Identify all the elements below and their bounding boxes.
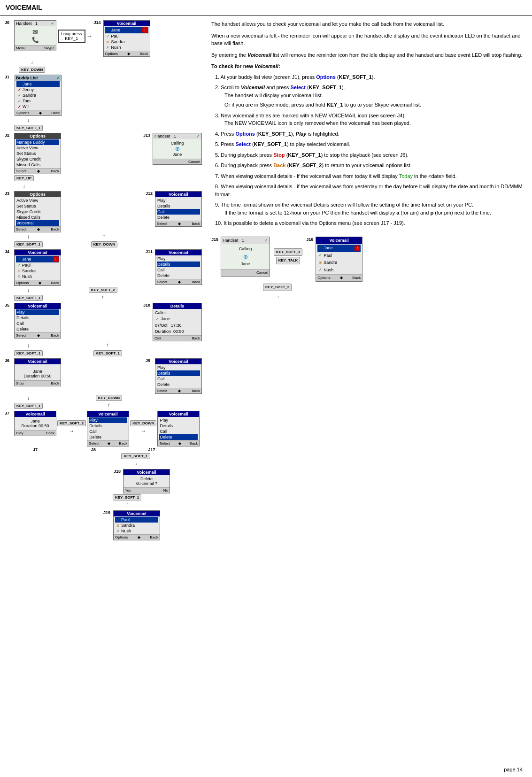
check-icon-j0: ✓ xyxy=(51,21,54,26)
screen-label-j3: J3 xyxy=(5,191,13,196)
stop-label-j6: Stop xyxy=(16,381,23,385)
select-label-j3: Select xyxy=(16,227,26,231)
step-9: 9. The time format shown on the voicemai… xyxy=(211,201,527,216)
key-soft1-btn-j10: KEY_SOFT_1 xyxy=(93,350,122,356)
step-4: 4. Press Options (KEY_SOFT_1), Play is h… xyxy=(211,130,527,138)
voicemail-envelope-icon: ✉ xyxy=(32,28,38,36)
arrow-down-j1-j2: ↓ xyxy=(27,117,30,123)
no-label-j18: No xyxy=(163,488,168,492)
screen-label-j13: J13 xyxy=(143,133,152,138)
duration-j7: Duration 00:50 xyxy=(16,423,54,428)
arrow-up-j11: ↓ xyxy=(101,294,104,301)
screen-label-j6: J6 xyxy=(5,358,13,363)
step-7: 7. When viewing voicemail details - if t… xyxy=(211,172,527,180)
options-label-j19: Options xyxy=(115,535,128,539)
page-title: VOICEMAIL xyxy=(0,0,532,15)
handset-icon: 📞 xyxy=(32,37,39,43)
screen-label-j10: J10 xyxy=(143,303,152,308)
step-5a: 5. Press Select (KEY_SOFT_1) to play sel… xyxy=(211,140,527,148)
key-soft1-btn-4: KEY_SOFT_1 xyxy=(14,350,43,356)
key-soft1-btn-5: KEY_SOFT_1 xyxy=(14,403,43,409)
intro-para-1: The handset allows you to check your voi… xyxy=(211,20,527,28)
arrow-down-j3-j4: ↓ xyxy=(27,233,30,240)
screen-j11: Voicemail Play Details Call Delete Selec… xyxy=(155,249,202,285)
calling-name-j13: Jane xyxy=(155,152,200,157)
step-2: 2. Scroll to Voicemail and press Select … xyxy=(211,84,527,109)
select-label-j17: Select xyxy=(159,441,170,446)
tom-label: Tom xyxy=(23,99,31,103)
page-number: page 14 xyxy=(504,767,523,772)
select-label-j5: Select xyxy=(16,333,26,338)
j17-label-text: J17 xyxy=(131,447,173,452)
options-label-j14: Options xyxy=(105,52,118,56)
new-vm-icon-j4: ! xyxy=(53,256,59,262)
arrow-down-j2-j3: ↓ xyxy=(23,183,25,189)
arrow-right-j7-j8: → xyxy=(69,428,75,434)
new-vm-icon: ! xyxy=(142,27,148,33)
screen-j5: Voicemail Play Details Call Delete Selec… xyxy=(14,303,61,338)
back-label-j10: Back xyxy=(192,336,200,340)
step-6: 6. During playback press Back (KEY_SOFT_… xyxy=(211,162,527,169)
step-1: 1. At your buddy list view (screen J1), … xyxy=(211,73,527,81)
screen-j16: Voicemail ✓Jane ! ✓Paul ⊛Sandra xyxy=(316,237,362,282)
screen-j17: Voicemail Play Details Call Delete Selec… xyxy=(157,411,200,446)
arrow-up-j12: ↓ xyxy=(103,233,106,240)
back-label-j1: Back xyxy=(51,111,60,115)
screen-j0: Handset 1 ✓ ✉ 📞 Menu Skype xyxy=(14,20,56,51)
select-label-j2: Select xyxy=(16,169,26,173)
screen-label-j0: J0 xyxy=(5,20,13,25)
screen-j8: Voicemail Play Details Call Delete Selec… xyxy=(87,411,129,446)
back-label-j12: Back xyxy=(192,222,200,226)
yes-label-j18: Yes xyxy=(125,488,131,492)
arrow-down-j4-j5: ↓ xyxy=(27,287,30,293)
screen-label-j15: J15 xyxy=(211,237,220,243)
calling-label-j15: Calling xyxy=(223,246,268,253)
step-10: 10. It is possible to delete a voicemail… xyxy=(211,219,527,227)
arrow-down-j0-j1: ↓ xyxy=(31,59,33,65)
menu-label: Menu xyxy=(16,46,25,50)
duration-j6: Duration 00:50 xyxy=(16,374,59,378)
screen-j1: Buddy List ✓ ✓Jane ✗Jenny ✓Sandra ✓Tom ✗… xyxy=(15,75,62,116)
back-label-j19: Back xyxy=(150,535,158,539)
arrow-down-j5-j6: ↓ xyxy=(27,342,30,349)
key-soft1-btn-j17: KEY_SOFT_1 xyxy=(121,453,150,459)
key-talk-j15: KEY_TALK xyxy=(276,257,301,264)
screen-label-j19: J19 xyxy=(103,510,112,515)
back-label-j4: Back xyxy=(51,281,59,285)
screen-label-j14: J14 xyxy=(94,20,102,25)
key-soft1-btn-1: KEY_SOFT_1 xyxy=(14,125,43,131)
key-down-btn-j9: KEY_DOWN xyxy=(96,395,122,401)
play-label-j7: Play xyxy=(16,431,23,435)
options-label-j4: Options xyxy=(16,281,29,285)
key-soft2-btn-j7: KEY_SOFT_2 xyxy=(57,420,86,426)
select-label-j8: Select xyxy=(89,441,99,446)
back-label-j5: Back xyxy=(51,333,59,338)
options-label-j1: Options xyxy=(16,111,30,115)
key-down-btn: KEY_DOWN xyxy=(19,67,45,73)
select-label-j12: Select xyxy=(157,222,167,226)
screen-label-j7: J7 xyxy=(5,411,13,415)
arrow-right-1: → xyxy=(87,33,93,39)
screen-j18: Voicemail DeleteVoicemail ? Yes No xyxy=(123,469,170,493)
step-8: 8. When viewing voicemail details - if t… xyxy=(211,183,527,198)
screen-label-j18: J18 xyxy=(114,469,122,474)
back-label-j8: Back xyxy=(119,441,127,446)
screen-label-j11: J11 xyxy=(146,249,154,254)
key-up-btn: KEY_UP xyxy=(14,175,34,181)
back-label-j16: Back xyxy=(352,275,361,281)
longpress-box: Long pressKEY_1 xyxy=(58,30,85,43)
right-text-area: The handset allows you to check your voi… xyxy=(207,20,527,541)
back-label-j3: Back xyxy=(51,227,59,231)
screen-j7: Voicemail Jane Duration 00:50 Play Back xyxy=(14,411,56,436)
back-label-j7: Back xyxy=(46,431,54,435)
back-label-j11: Back xyxy=(192,280,200,284)
new-vm-icon-j16: ! xyxy=(355,246,360,251)
delete-confirm-text: DeleteVoicemail ? xyxy=(125,477,168,486)
screen-j6: Voicemail Jane Duration 00:50 Stop Back xyxy=(14,358,61,386)
j7-label-text: J7 xyxy=(14,447,56,452)
back-label-j17: Back xyxy=(190,441,198,446)
intro-para-2: When a new voicemail is left - the remin… xyxy=(211,32,527,47)
screen-j4: Voicemail ✓Jane ! ✓Paul ⊛Sandra xyxy=(14,249,61,286)
call-label-j10: Call xyxy=(154,336,161,340)
screen-j15: Handset 1 ✓ Calling ⊕ Jane Cancel xyxy=(221,237,270,277)
